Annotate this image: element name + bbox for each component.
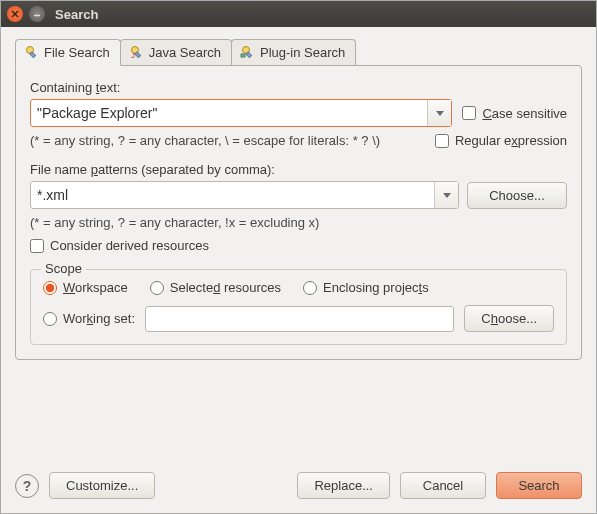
svg-rect-1 [30, 52, 36, 58]
working-set-input[interactable] [145, 306, 454, 332]
search-button[interactable]: Search [496, 472, 582, 499]
scope-workspace-radio[interactable]: Workspace [43, 280, 128, 295]
tab-label: Plug-in Search [260, 45, 345, 60]
svg-rect-6 [246, 52, 252, 58]
window-title: Search [55, 7, 98, 22]
help-icon: ? [23, 478, 32, 494]
scope-selected-radio[interactable]: Selected resources [150, 280, 281, 295]
scope-workingset-input[interactable] [43, 312, 57, 326]
file-patterns-dropdown[interactable] [434, 182, 458, 208]
dialog-footer: ? Customize... Replace... Cancel Search [1, 464, 596, 513]
svg-text:J: J [131, 51, 135, 60]
regex-box[interactable] [435, 134, 449, 148]
scope-workingset-label: Working set: [63, 311, 135, 326]
window-minimize-button[interactable] [29, 6, 45, 22]
case-sensitive-label: Case sensitive [482, 106, 567, 121]
regex-checkbox[interactable]: Regular expression [435, 133, 567, 148]
file-patterns-label: File name patterns (separated by comma): [30, 162, 567, 177]
cancel-button[interactable]: Cancel [400, 472, 486, 499]
scope-enclosing-label: Enclosing projects [323, 280, 429, 295]
scope-workingset-radio[interactable]: Working set: [43, 311, 135, 326]
choose-working-set-button[interactable]: Choose... [464, 305, 554, 332]
titlebar[interactable]: Search [1, 1, 596, 27]
chevron-down-icon [436, 111, 444, 116]
tab-label: Java Search [149, 45, 221, 60]
scope-workspace-input[interactable] [43, 281, 57, 295]
containing-text-combo[interactable] [30, 99, 452, 127]
tabs: File Search J Java Search Plug-in Search [15, 39, 582, 65]
window-close-button[interactable] [7, 6, 23, 22]
derived-box[interactable] [30, 239, 44, 253]
file-search-panel: Containing text: Case sensitive (* = any… [15, 65, 582, 360]
scope-selected-input[interactable] [150, 281, 164, 295]
search-dialog: Search File Search J Java Search Plug-in… [0, 0, 597, 514]
flashlight-plug-icon [240, 44, 256, 60]
containing-text-dropdown[interactable] [427, 100, 451, 126]
flashlight-icon [24, 44, 40, 60]
replace-button[interactable]: Replace... [297, 472, 390, 499]
tab-plugin-search[interactable]: Plug-in Search [231, 39, 356, 65]
choose-file-types-button[interactable]: Choose... [467, 182, 567, 209]
derived-checkbox[interactable]: Consider derived resources [30, 238, 567, 253]
scope-enclosing-radio[interactable]: Enclosing projects [303, 280, 429, 295]
case-sensitive-checkbox[interactable]: Case sensitive [462, 106, 567, 121]
tab-label: File Search [44, 45, 110, 60]
derived-label: Consider derived resources [50, 238, 209, 253]
file-patterns-combo[interactable] [30, 181, 459, 209]
svg-rect-7 [241, 54, 245, 57]
scope-workspace-label: Workspace [63, 280, 128, 295]
file-patterns-input[interactable] [31, 187, 434, 203]
dialog-content: File Search J Java Search Plug-in Search… [1, 27, 596, 464]
scope-group: Scope Workspace Selected resources Enclo… [30, 269, 567, 345]
containing-text-input[interactable] [31, 105, 427, 121]
file-patterns-hint: (* = any string, ? = any character, !x =… [30, 215, 567, 230]
svg-rect-3 [135, 52, 141, 58]
chevron-down-icon [443, 193, 451, 198]
case-sensitive-box[interactable] [462, 106, 476, 120]
containing-text-label: Containing text: [30, 80, 567, 95]
regex-label: Regular expression [455, 133, 567, 148]
scope-title: Scope [41, 261, 86, 276]
tab-java-search[interactable]: J Java Search [120, 39, 232, 65]
flashlight-j-icon: J [129, 44, 145, 60]
containing-hint: (* = any string, ? = any character, \ = … [30, 133, 425, 148]
tab-file-search[interactable]: File Search [15, 39, 121, 66]
customize-button[interactable]: Customize... [49, 472, 155, 499]
help-button[interactable]: ? [15, 474, 39, 498]
scope-enclosing-input[interactable] [303, 281, 317, 295]
scope-selected-label: Selected resources [170, 280, 281, 295]
